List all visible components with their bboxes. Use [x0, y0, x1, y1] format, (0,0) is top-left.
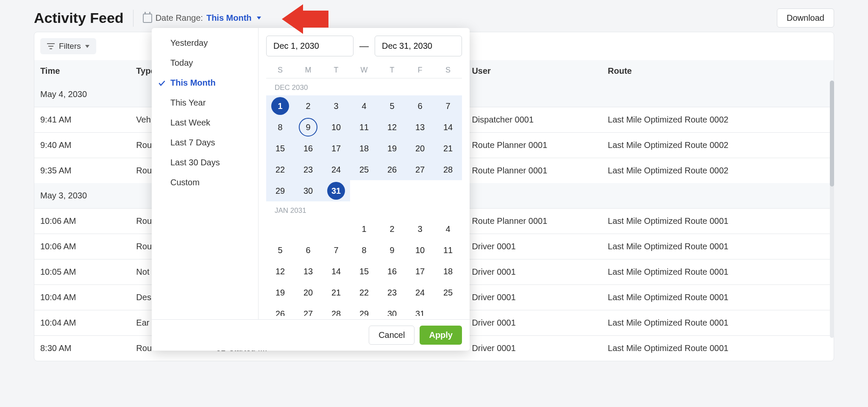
- calendar-day[interactable]: 3: [322, 95, 350, 117]
- column-header: User: [466, 60, 602, 82]
- cell-route: Last Mile Optimized Route 0001: [602, 336, 834, 361]
- preset-option[interactable]: This Year: [152, 93, 258, 113]
- calendar-day[interactable]: 27: [406, 159, 434, 180]
- calendar-day[interactable]: 30: [378, 303, 406, 316]
- calendar-day[interactable]: 10: [406, 240, 434, 261]
- calendar-day[interactable]: 12: [378, 117, 406, 138]
- calendar-day[interactable]: 9: [294, 117, 322, 138]
- calendar-day[interactable]: 31: [322, 180, 350, 201]
- calendar-day[interactable]: 29: [350, 303, 378, 316]
- cancel-button[interactable]: Cancel: [369, 326, 415, 345]
- start-date-input[interactable]: Dec 1, 2030: [266, 36, 353, 56]
- cell-user: Driver 0001: [466, 234, 602, 259]
- scrollbar[interactable]: [830, 81, 834, 338]
- chevron-down-icon: [85, 45, 89, 48]
- calendar-day[interactable]: 18: [434, 261, 462, 282]
- cell-user: Driver 0001: [466, 285, 602, 310]
- calendar-day[interactable]: 21: [434, 138, 462, 159]
- calendar-day[interactable]: 11: [350, 117, 378, 138]
- calendar-day[interactable]: 3: [406, 218, 434, 240]
- column-header: Route: [602, 60, 834, 82]
- calendar-day[interactable]: 26: [378, 159, 406, 180]
- calendar-day[interactable]: 20: [406, 138, 434, 159]
- calendar-day[interactable]: 14: [322, 261, 350, 282]
- calendar-day[interactable]: 6: [406, 95, 434, 117]
- calendar-day[interactable]: 28: [322, 303, 350, 316]
- preset-option[interactable]: Last 30 Days: [152, 153, 258, 173]
- apply-button[interactable]: Apply: [420, 326, 462, 345]
- calendar-day[interactable]: 19: [378, 138, 406, 159]
- preset-option[interactable]: Custom: [152, 173, 258, 192]
- preset-option[interactable]: Today: [152, 53, 258, 73]
- date-range-trigger[interactable]: Date Range: This Month: [143, 13, 261, 23]
- preset-option[interactable]: Last 7 Days: [152, 133, 258, 153]
- calendar-day[interactable]: 19: [266, 282, 294, 303]
- cell-time: 10:04 AM: [34, 285, 130, 310]
- calendar-day[interactable]: 15: [266, 138, 294, 159]
- calendar-day[interactable]: 23: [294, 159, 322, 180]
- calendar-day[interactable]: 13: [294, 261, 322, 282]
- preset-option[interactable]: Yesterday: [152, 33, 258, 53]
- calendar-day[interactable]: 4: [350, 95, 378, 117]
- calendar-day[interactable]: 25: [350, 159, 378, 180]
- calendar-day[interactable]: 16: [378, 261, 406, 282]
- calendar-day[interactable]: 12: [266, 261, 294, 282]
- calendar-day[interactable]: 1: [266, 95, 294, 117]
- calendar-day[interactable]: 13: [406, 117, 434, 138]
- cell-route: Last Mile Optimized Route 0002: [602, 158, 834, 184]
- cell-time: 10:05 AM: [34, 259, 130, 285]
- calendar-day[interactable]: 6: [294, 240, 322, 261]
- preset-option[interactable]: Last Week: [152, 113, 258, 133]
- preset-option[interactable]: This Month: [152, 73, 258, 93]
- calendar-day[interactable]: 7: [434, 95, 462, 117]
- calendar-day[interactable]: 18: [350, 138, 378, 159]
- download-button[interactable]: Download: [777, 8, 834, 28]
- scrollbar-thumb[interactable]: [830, 81, 834, 187]
- calendar-day[interactable]: 10: [322, 117, 350, 138]
- calendar-day[interactable]: 24: [322, 159, 350, 180]
- calendar-day[interactable]: 28: [434, 159, 462, 180]
- calendar-day[interactable]: 8: [266, 117, 294, 138]
- calendar-day[interactable]: 23: [378, 282, 406, 303]
- calendar-day[interactable]: 26: [266, 303, 294, 316]
- calendar-day[interactable]: 30: [294, 180, 322, 201]
- cell-time: 10:06 AM: [34, 234, 130, 259]
- calendar-day[interactable]: 24: [406, 282, 434, 303]
- calendar-day[interactable]: 15: [350, 261, 378, 282]
- filter-icon: [47, 43, 55, 49]
- calendar-day[interactable]: 22: [266, 159, 294, 180]
- end-date-input[interactable]: Dec 31, 2030: [375, 36, 462, 56]
- calendar-day[interactable]: 22: [350, 282, 378, 303]
- cell-user: Route Planner 0001: [466, 209, 602, 234]
- cell-route: Last Mile Optimized Route 0001: [602, 259, 834, 285]
- calendar-day[interactable]: 27: [294, 303, 322, 316]
- calendar-day[interactable]: 17: [406, 261, 434, 282]
- calendar-day[interactable]: 2: [294, 95, 322, 117]
- filters-button[interactable]: Filters: [40, 38, 96, 54]
- calendar-day[interactable]: 4: [434, 218, 462, 240]
- calendar-day[interactable]: 21: [322, 282, 350, 303]
- calendar-day[interactable]: 1: [350, 218, 378, 240]
- calendar-day[interactable]: 29: [266, 180, 294, 201]
- cell-time: 10:04 AM: [34, 310, 130, 336]
- cell-time: 9:40 AM: [34, 133, 130, 158]
- calendar-day[interactable]: 20: [294, 282, 322, 303]
- calendar-day[interactable]: 14: [434, 117, 462, 138]
- calendar-day[interactable]: 5: [266, 240, 294, 261]
- cell-route: Last Mile Optimized Route 0002: [602, 133, 834, 158]
- calendar-day[interactable]: 17: [322, 138, 350, 159]
- callout-arrow-date-range: [282, 4, 328, 34]
- calendar-day[interactable]: 8: [350, 240, 378, 261]
- cell-time: 10:06 AM: [34, 209, 130, 234]
- cell-user: Route Planner 0001: [466, 158, 602, 184]
- calendar-day[interactable]: 11: [434, 240, 462, 261]
- calendar-day[interactable]: 16: [294, 138, 322, 159]
- date-range-dash: —: [359, 41, 369, 52]
- calendar-day[interactable]: 9: [378, 240, 406, 261]
- calendar-day[interactable]: 2: [378, 218, 406, 240]
- calendar-day[interactable]: 7: [322, 240, 350, 261]
- preset-list: YesterdayTodayThis MonthThis YearLast We…: [152, 28, 259, 319]
- calendar-day[interactable]: 5: [378, 95, 406, 117]
- calendar-day[interactable]: 31: [406, 303, 434, 316]
- calendar-day[interactable]: 25: [434, 282, 462, 303]
